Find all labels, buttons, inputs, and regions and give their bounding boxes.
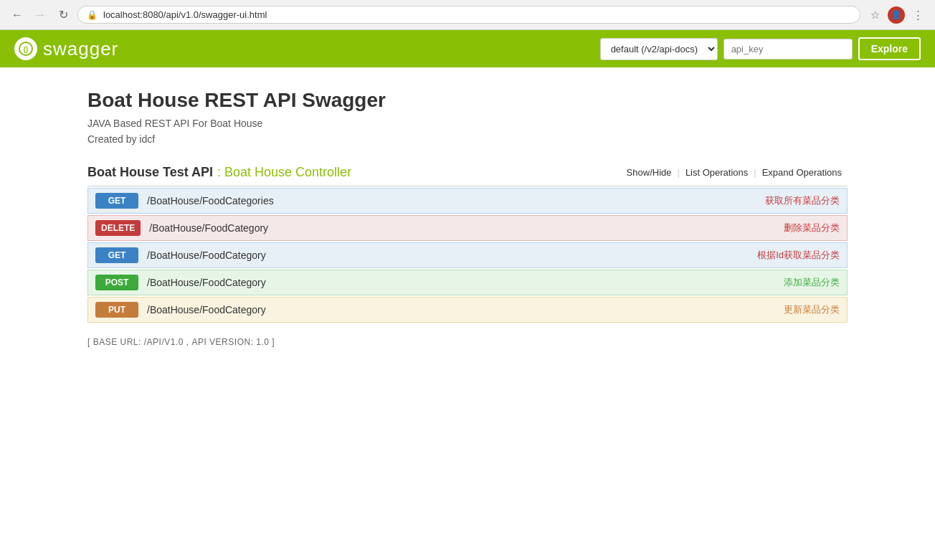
method-badge-put: PUT [95,302,138,318]
bookmark-button[interactable]: ☆ [866,6,883,24]
swagger-controls: default (/v2/api-docs) Explore [600,37,921,60]
address-bar: 🔒 localhost:8080/api/v1.0/swagger-ui.htm… [77,6,860,24]
lock-icon: 🔒 [87,10,98,20]
forward-button[interactable]: → [32,6,49,24]
endpoint-description: 获取所有菜品分类 [765,194,840,207]
browser-chrome: ← → ↻ 🔒 localhost:8080/api/v1.0/swagger-… [0,0,935,30]
expand-operations-link[interactable]: Expand Operations [756,167,848,178]
api-version-label: API Version: [191,337,253,347]
endpoint-row[interactable]: PUT /BoatHouse/FoodCategory 更新菜品分类 [87,297,848,323]
reload-button[interactable]: ↻ [54,6,72,24]
svg-text:{}: {} [23,46,29,53]
endpoints-list: GET /BoatHouse/FoodCategories 获取所有菜品分类 D… [87,188,848,323]
endpoint-description: 删除菜品分类 [784,222,840,234]
endpoint-path: /BoatHouse/FoodCategories [147,195,765,207]
show-hide-link[interactable]: Show/Hide [621,167,678,178]
api-version-value: 1.0 [256,337,269,347]
base-url-value: /api/v1.0 [144,337,184,347]
endpoint-row[interactable]: GET /BoatHouse/FoodCategory 根据Id获取菜品分类 [87,242,848,268]
endpoint-path: /BoatHouse/FoodCategory [147,250,757,261]
menu-button[interactable]: ⋮ [909,6,926,24]
endpoint-path: /BoatHouse/FoodCategory [147,304,784,315]
method-badge-get: GET [95,247,138,263]
endpoint-description: 更新菜品分类 [784,303,840,316]
base-url-label: Base URL: [93,337,141,347]
endpoint-description: 根据Id获取菜品分类 [757,249,840,262]
main-content: Boat House REST API Swagger JAVA Based R… [73,89,862,347]
endpoint-description: 添加菜品分类 [784,276,840,289]
browser-actions: ☆ 👤 ⋮ [866,6,926,24]
endpoint-path: /BoatHouse/FoodCategory [149,222,784,234]
api-selector[interactable]: default (/v2/api-docs) [600,38,718,60]
swagger-logo: {} swagger [14,37,118,60]
address-url: localhost:8080/api/v1.0/swagger-ui.html [103,9,851,20]
api-description: JAVA Based REST API For Boat House [87,118,848,129]
api-section-actions: Show/Hide | List Operations | Expand Ope… [621,167,848,178]
swagger-header: {} swagger default (/v2/api-docs) Explor… [0,30,935,67]
method-badge-get: GET [95,193,138,209]
api-created-by: Created by idcf [87,133,848,145]
swagger-logo-icon: {} [14,37,37,60]
api-section-subtitle: : Boat House Controller [217,165,351,180]
api-title: Boat House REST API Swagger [87,89,848,112]
back-button[interactable]: ← [9,6,26,24]
method-badge-delete: DELETE [95,220,141,236]
api-key-input[interactable] [723,39,853,60]
endpoint-path: /BoatHouse/FoodCategory [147,277,784,288]
list-operations-link[interactable]: List Operations [680,167,754,178]
endpoint-row[interactable]: POST /BoatHouse/FoodCategory 添加菜品分类 [87,270,848,295]
api-footer: [ Base URL: /api/v1.0 , API Version: 1.0… [87,337,848,347]
explore-button[interactable]: Explore [858,37,921,60]
swagger-logo-text: swagger [43,38,118,60]
endpoint-row[interactable]: DELETE /BoatHouse/FoodCategory 删除菜品分类 [87,215,848,241]
api-section-title: Boat House Test API [87,165,213,180]
method-badge-post: POST [95,275,138,290]
endpoint-row[interactable]: GET /BoatHouse/FoodCategories 获取所有菜品分类 [87,188,848,214]
profile-avatar[interactable]: 👤 [888,6,905,24]
api-section: Boat House Test API : Boat House Control… [87,159,848,323]
api-section-header: Boat House Test API : Boat House Control… [87,159,848,186]
